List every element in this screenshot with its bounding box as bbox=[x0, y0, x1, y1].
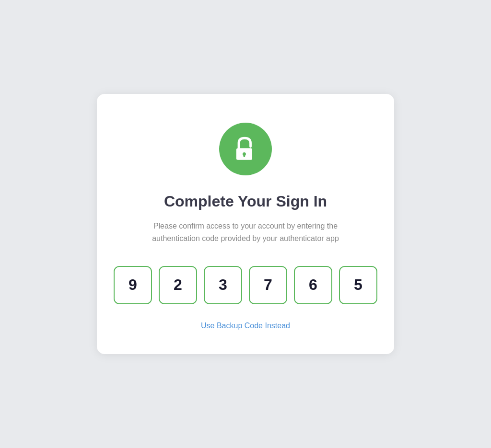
otp-digit-5[interactable]: 6 bbox=[294, 266, 332, 304]
otp-digit-1[interactable]: 9 bbox=[114, 266, 152, 304]
otp-digit-3[interactable]: 3 bbox=[204, 266, 242, 304]
svg-rect-2 bbox=[244, 154, 246, 157]
unlock-icon-circle bbox=[219, 123, 272, 175]
unlock-icon bbox=[232, 136, 259, 162]
otp-digit-2[interactable]: 2 bbox=[159, 266, 197, 304]
sign-in-card: Complete Your Sign In Please confirm acc… bbox=[97, 94, 394, 354]
page-subtitle: Please confirm access to your account by… bbox=[145, 220, 346, 244]
page-title: Complete Your Sign In bbox=[164, 193, 327, 210]
otp-digit-4[interactable]: 7 bbox=[249, 266, 287, 304]
otp-input-group: 9 2 3 7 6 5 bbox=[114, 266, 377, 304]
otp-digit-6[interactable]: 5 bbox=[339, 266, 377, 304]
use-backup-code-link[interactable]: Use Backup Code Instead bbox=[201, 322, 290, 330]
